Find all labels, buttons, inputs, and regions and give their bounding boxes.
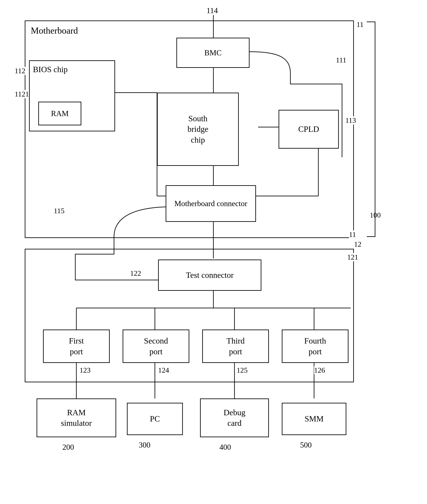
third-port-box: Third port — [202, 330, 269, 363]
ref-11b-label: 11 — [349, 230, 356, 239]
south-bridge-box: South bridge chip — [157, 93, 239, 166]
ref-122-label: 122 — [130, 269, 141, 277]
smm-box: SMM — [282, 403, 346, 435]
bmc-box: BMC — [176, 38, 250, 68]
ref-400-label: 400 — [219, 443, 231, 452]
ref-126-label: 126 — [314, 366, 325, 374]
ram-simulator-box: RAM simulator — [37, 398, 116, 437]
ref-111-label: 111 — [336, 56, 346, 64]
ref-113-label: 113 — [345, 116, 356, 125]
ref-124-label: 124 — [158, 366, 169, 374]
ref-1121-label: 1121 — [15, 90, 29, 98]
ref-125-label: 125 — [237, 366, 248, 374]
pc-box: PC — [127, 403, 183, 435]
ref-11a-label: 11 — [357, 20, 364, 29]
ref-121-label: 121 — [347, 253, 358, 261]
ram-box: RAM — [38, 102, 81, 125]
test-connector-box: Test connector — [158, 260, 261, 291]
ref-100-brace — [367, 22, 375, 237]
ref-500-label: 500 — [300, 441, 312, 449]
second-port-box: Second port — [123, 330, 189, 363]
bios-chip-box: BIOS chip RAM — [29, 60, 115, 131]
motherboard-connector-box: Motherboard connector — [166, 185, 256, 222]
debug-card-box: Debug card — [200, 398, 269, 437]
first-port-box: First port — [43, 330, 110, 363]
ref-12-label: 12 — [354, 240, 361, 248]
ref-300-label: 300 — [139, 441, 150, 449]
ref-200-label: 200 — [62, 443, 74, 452]
ref-115-label: 115 — [54, 207, 65, 215]
fourth-port-box: Fourth port — [282, 330, 349, 363]
cpld-box: CPLD — [279, 110, 339, 149]
ref-112-label: 112 — [15, 67, 25, 75]
ref-114-label: 114 — [206, 6, 218, 15]
ref-123-label: 123 — [80, 366, 91, 374]
diagram: 114 Motherboard 11 100 BMC 111 BIOS chip… — [0, 0, 427, 504]
motherboard-label: Motherboard — [31, 25, 78, 36]
